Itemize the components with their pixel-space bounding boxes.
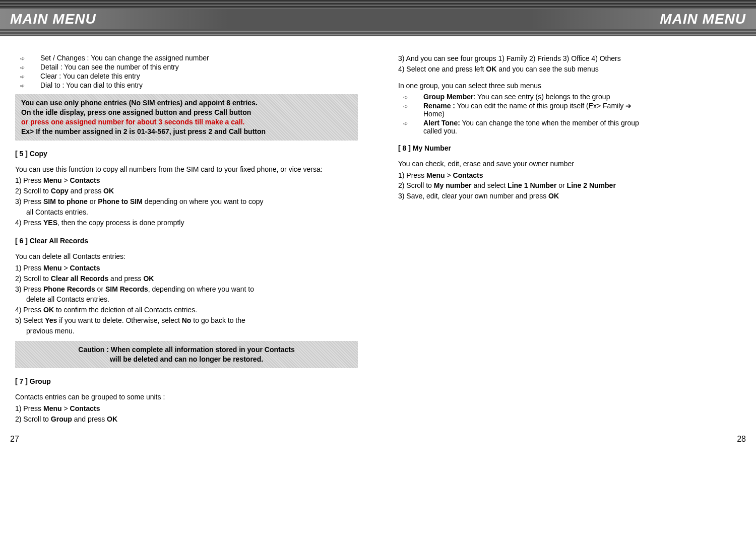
bullet-text: Dial to : You can dial to this entry [40,81,358,89]
step: 2) Scroll to Copy and press OK [15,186,358,196]
step: 1) Press Menu > Contacts [15,404,358,414]
top-bullet-list: ➪ Set / Changes : You can change the ass… [15,54,358,89]
header-band: MAIN MENU MAIN MENU [0,0,756,36]
section-7-intro: Contacts entries can be grouped to some … [15,392,358,402]
arrow-icon: ➪ [398,102,423,110]
note-box: You can use only phone entries (No SIM e… [15,94,358,141]
list-item: ➪ Rename : You can edit the name of this… [398,102,741,118]
step: 3) Press Phone Records or SIM Records, d… [15,285,358,294]
list-item: ➪ Group Member: You can see entry (s) be… [398,93,741,101]
list-item: ➪ Set / Changes : You can change the ass… [15,54,358,62]
step: 1) Press Menu > Contacts [398,171,741,180]
caution-line: will be deleted and can no longer be res… [110,355,263,363]
section-6-intro: You can delete all Contacts entries: [15,252,358,261]
note-line: You can use only phone entries (No SIM e… [21,99,258,107]
arrow-icon: ➪ [15,72,40,80]
step: 5) Select Yes if you want to delete. Oth… [15,316,358,325]
list-item: ➪ Detail : You can see the number of thi… [15,63,358,71]
step: 4) Press OK to confirm the deletion of a… [15,305,358,315]
list-item: ➪ Dial to : You can dial to this entry [15,81,358,89]
list-item: ➪ Alert Tone: You can change the tone wh… [398,119,741,135]
step: 4) Select one and press left OK and you … [398,64,741,74]
section-8-head: [ 8 ] My Number [398,144,741,152]
step: 3) And you can see four groups 1) Family… [398,54,741,63]
footer: 27 28 [0,430,756,449]
arrow-icon: ➪ [15,63,40,71]
step: 3) Press SIM to phone or Phone to SIM de… [15,197,358,206]
step: 1) Press Menu > Contacts [15,263,358,273]
page-number-left: 27 [10,435,19,444]
page-number-right: 28 [737,435,746,444]
step: 2) Scroll to My number and select Line 1… [398,181,741,190]
header-top-stripes [0,0,756,9]
header-bottom-stripes [0,29,756,36]
note-line-red: or press one assigned number for about 3… [21,118,244,126]
bullet-text: Group Member: You can see entry (s) belo… [423,93,741,101]
section-7-head: [ 7 ] Group [15,377,358,385]
header-title-left: MAIN MENU [10,11,96,27]
step: 3) Save, edit, clear your own number and… [398,191,741,201]
right-column: 3) And you can see four groups 1) Family… [398,54,741,425]
caution-box: Caution : When complete all information … [15,341,358,368]
header-title-row: MAIN MENU MAIN MENU [0,9,756,29]
sub-intro: In one group, you can select three sub m… [398,81,741,91]
note-line: Ex> If the number assigned in 2 is 01-34… [21,127,266,135]
header-title-right: MAIN MENU [660,11,746,27]
arrow-icon: ➪ [15,54,40,62]
submenu-bullets: ➪ Group Member: You can see entry (s) be… [398,93,741,135]
step-cont: delete all Contacts entries. [15,295,358,304]
bullet-text: Set / Changes : You can change the assig… [40,54,358,62]
arrow-icon: ➪ [398,119,423,127]
arrow-icon: ➪ [398,93,423,101]
caution-line: Caution : When complete all information … [78,346,294,354]
section-5-head: [ 5 ] Copy [15,150,358,158]
arrow-icon: ➪ [15,81,40,89]
list-item: ➪ Clear : You can delete this entry [15,72,358,80]
page-body: ➪ Set / Changes : You can change the ass… [0,36,756,430]
bullet-text: Alert Tone: You can change the tone when… [423,119,741,135]
step-cont: previous menu. [15,326,358,336]
bullet-text: Rename : You can edit the name of this g… [423,102,741,118]
bullet-text: Clear : You can delete this entry [40,72,358,80]
section-8-intro: You can check, edit, erase and save your… [398,159,741,169]
step: 4) Press YES, then the copy process is d… [15,218,358,228]
step: 2) Scroll to Group and press OK [15,415,358,424]
bullet-text: Detail : You can see the number of this … [40,63,358,71]
step: 1) Press Menu > Contacts [15,176,358,185]
note-line: On the idle display, press one assigned … [21,108,251,116]
left-column: ➪ Set / Changes : You can change the ass… [15,54,358,425]
section-5-intro: You can use this function to copy all nu… [15,165,358,174]
section-6-head: [ 6 ] Clear All Records [15,237,358,245]
step: 2) Scroll to Clear all Records and press… [15,274,358,284]
step-cont: all Contacts entries. [15,208,358,217]
